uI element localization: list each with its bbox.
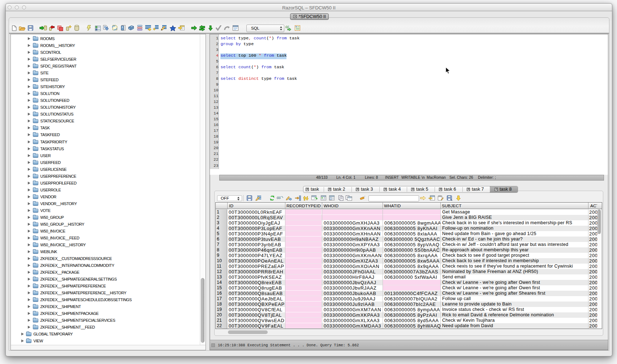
- svg-text:66: 66: [277, 196, 281, 200]
- svg-text:66: 66: [285, 25, 289, 29]
